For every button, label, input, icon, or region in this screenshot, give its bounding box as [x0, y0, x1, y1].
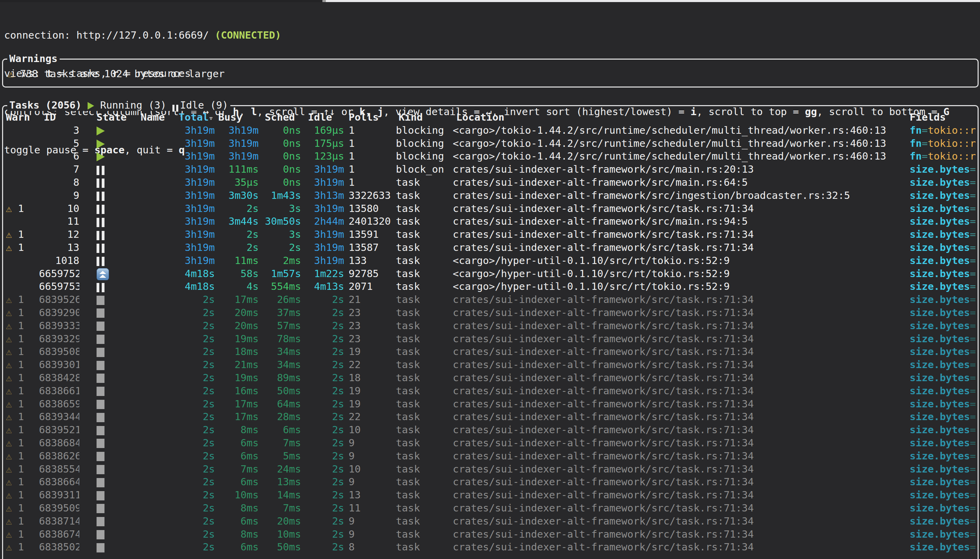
- column-header-sched[interactable]: Sched: [258, 111, 301, 124]
- column-header-name[interactable]: Name: [141, 111, 179, 124]
- task-state: [79, 176, 141, 189]
- task-fields: size.bytes=: [910, 345, 978, 359]
- task-row[interactable]: ⚠ 168395082s18ms34ms2s19taskcrates/sui-i…: [4, 345, 978, 359]
- task-total: 2s: [179, 528, 215, 541]
- task-row[interactable]: ⚠ 168386592s17ms64ms2s19taskcrates/sui-i…: [4, 398, 978, 411]
- column-header-warn[interactable]: Warn: [6, 111, 39, 124]
- task-row[interactable]: 66597524m18s58s1m57s1m22s92785task<cargo…: [4, 268, 978, 281]
- task-name: [141, 437, 179, 450]
- task-row[interactable]: ⚠ 168393292s19ms78ms2s23taskcrates/sui-i…: [4, 332, 978, 346]
- task-idle: 3h19m: [301, 228, 344, 241]
- task-kind: task: [396, 215, 453, 228]
- task-sched: 2s: [258, 241, 301, 254]
- task-row[interactable]: ⚠ 168393112s10ms14ms2s13taskcrates/sui-i…: [4, 489, 978, 502]
- task-polls: 9: [344, 515, 396, 528]
- task-row[interactable]: 83h19m35µs0ns3h19m1taskcrates/sui-indexe…: [4, 176, 978, 189]
- task-state: [79, 202, 141, 215]
- task-row[interactable]: ⚠ 168385542s7ms24ms2s10taskcrates/sui-in…: [4, 463, 978, 476]
- task-warn: [6, 176, 39, 189]
- task-total: 3h19m: [179, 202, 215, 215]
- task-row[interactable]: ⚠ 168386612s16ms50ms2s19taskcrates/sui-i…: [4, 385, 978, 398]
- task-row[interactable]: ⚠ 168392902s20ms37ms2s23taskcrates/sui-i…: [4, 306, 978, 319]
- task-row[interactable]: 33h19m3h19m0ns169µs1blocking<cargo>/toki…: [4, 124, 978, 137]
- column-header-idle[interactable]: Idle: [301, 111, 344, 124]
- task-id: 6659753: [39, 280, 79, 293]
- task-row[interactable]: ⚠ 168395212s8ms6ms2s10taskcrates/sui-ind…: [4, 423, 978, 437]
- task-polls: 2401320: [344, 215, 396, 228]
- task-row[interactable]: 63h19m3h19m0ns123µs1blocking<cargo>/toki…: [4, 150, 978, 163]
- task-warn: ⚠ 1: [6, 345, 39, 359]
- stopped-icon: [96, 517, 104, 526]
- task-polls: 8: [344, 541, 396, 554]
- task-name: [141, 398, 179, 411]
- task-total: 3h19m: [179, 228, 215, 241]
- task-location: crates/sui-indexer-alt-framework/src/tas…: [453, 306, 910, 319]
- task-id: 8: [39, 176, 79, 189]
- task-row[interactable]: 113h19m3m44s30m50s2h44m2401320taskcrates…: [4, 215, 978, 228]
- task-row[interactable]: ⚠ 168386842s6ms7ms2s9taskcrates/sui-inde…: [4, 437, 978, 450]
- task-state: [79, 254, 141, 268]
- warning-icon: ⚠: [6, 372, 12, 384]
- task-warn: ⚠ 1: [6, 541, 39, 554]
- task-fields: size.bytes=: [910, 410, 978, 423]
- task-warn: ⚠ 1: [6, 450, 39, 463]
- task-location: crates/sui-indexer-alt-framework/src/tas…: [453, 502, 910, 515]
- task-polls: 19: [344, 398, 396, 411]
- column-header-busy[interactable]: Busy: [215, 111, 258, 124]
- task-id: 6838428: [39, 372, 79, 385]
- task-idle: 2s: [301, 450, 344, 463]
- task-row[interactable]: ⚠ 168385022s6ms50ms2s8taskcrates/sui-ind…: [4, 541, 978, 554]
- task-row[interactable]: 93h19m3m30s1m43s3h13m3322633taskcrates/s…: [4, 189, 978, 202]
- task-idle: 2s: [301, 489, 344, 502]
- column-header-fields[interactable]: Fields: [910, 111, 978, 124]
- task-warn: ⚠ 1: [6, 293, 39, 306]
- task-row[interactable]: ⚠ 1133h19m2s2s3h19m13587taskcrates/sui-i…: [4, 241, 978, 254]
- column-header-state[interactable]: State: [79, 111, 141, 124]
- task-name: [141, 268, 179, 281]
- tasks-panel-title: Tasks (2056) Running (3) Idle (9): [7, 99, 230, 111]
- task-idle: 2s: [301, 502, 344, 515]
- task-kind: task: [396, 254, 453, 268]
- task-warn: ⚠ 1: [6, 502, 39, 515]
- task-id: 6839526: [39, 293, 79, 306]
- task-row[interactable]: ⚠ 168393442s17ms28ms2s22taskcrates/sui-i…: [4, 410, 978, 423]
- task-row[interactable]: ⚠ 168393012s21ms34ms2s22taskcrates/sui-i…: [4, 359, 978, 372]
- task-warn: ⚠ 1: [6, 228, 39, 241]
- column-header-location[interactable]: Location: [453, 111, 910, 124]
- task-name: [141, 359, 179, 372]
- task-state: [79, 528, 141, 541]
- task-row[interactable]: ⚠ 168386642s6ms13ms2s9taskcrates/sui-ind…: [4, 476, 978, 489]
- task-sched: 0ns: [258, 137, 301, 150]
- task-sched: 37ms: [258, 306, 301, 319]
- task-row[interactable]: 66597534m18s4s554ms4m13s2071task<cargo>/…: [4, 280, 978, 293]
- task-state: [79, 137, 141, 150]
- task-row[interactable]: 73h19m111ms0ns3h19m1block_oncrates/sui-i…: [4, 163, 978, 176]
- column-header-polls[interactable]: Polls: [344, 111, 396, 124]
- task-state: [79, 319, 141, 332]
- task-row[interactable]: ⚠ 1123h19m2s3s3h19m13591taskcrates/sui-i…: [4, 228, 978, 241]
- column-header-total[interactable]: Total▿: [179, 111, 215, 124]
- task-row[interactable]: ⚠ 168387142s6ms20ms2s9taskcrates/sui-ind…: [4, 515, 978, 528]
- task-row[interactable]: ⚠ 168386262s6ms5ms2s9taskcrates/sui-inde…: [4, 450, 978, 463]
- task-busy: 58s: [215, 268, 258, 281]
- task-name: [141, 241, 179, 254]
- task-total: 2s: [179, 385, 215, 398]
- column-header-kind[interactable]: Kind: [396, 111, 453, 124]
- task-row[interactable]: 53h19m3h19m0ns175µs1blocking<cargo>/toki…: [4, 137, 978, 150]
- task-warn: ⚠ 1: [6, 515, 39, 528]
- column-header-id[interactable]: ID: [39, 111, 79, 124]
- task-row[interactable]: ⚠ 168395262s17ms26ms2s21taskcrates/sui-i…: [4, 293, 978, 306]
- task-polls: 10: [344, 423, 396, 437]
- task-state: [79, 476, 141, 489]
- task-busy: 4s: [215, 280, 258, 293]
- task-row[interactable]: 10183h19m11ms2ms3h19m133task<cargo>/hype…: [4, 254, 978, 268]
- task-location: crates/sui-indexer-alt-framework/src/tas…: [453, 528, 910, 541]
- task-name: [141, 502, 179, 515]
- task-row[interactable]: ⚠ 168386742s8ms10ms2s9taskcrates/sui-ind…: [4, 528, 978, 541]
- task-polls: 23: [344, 319, 396, 332]
- task-row[interactable]: ⚠ 168393332s20ms57ms2s23taskcrates/sui-i…: [4, 319, 978, 332]
- task-row[interactable]: ⚠ 168384282s19ms89ms2s18taskcrates/sui-i…: [4, 372, 978, 385]
- task-kind: task: [396, 398, 453, 411]
- task-row[interactable]: ⚠ 168395092s8ms7ms2s11taskcrates/sui-ind…: [4, 502, 978, 515]
- task-row[interactable]: ⚠ 1103h19m2s3s3h19m13580taskcrates/sui-i…: [4, 202, 978, 215]
